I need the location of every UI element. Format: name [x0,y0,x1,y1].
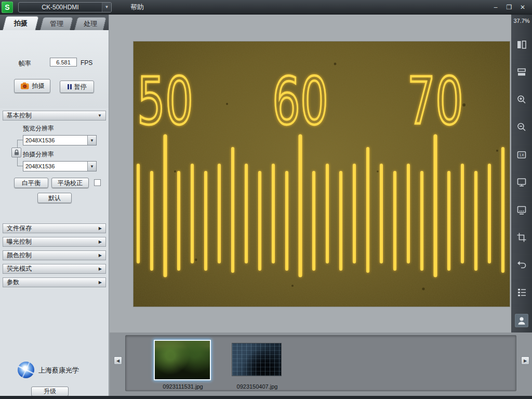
capture-resolution-value: 2048X1536 [23,163,87,169]
actual-size-button[interactable]: 1X [515,148,528,162]
actual-size-icon: 1X [516,149,527,161]
screen-capture-icon [516,204,527,216]
window-controls: – ❐ ✕ [490,3,532,12]
section-file-save[interactable]: 文件保存 ▶ [3,223,106,233]
preview-resolution-label: 预览分辨率 [23,124,54,133]
capture-button-label: 拍摄 [32,82,45,90]
tab-manage[interactable]: 管理 [40,17,73,30]
title-bar: S CK-500HDMI ▼ 帮助 – ❐ ✕ [0,0,532,15]
compare-horizontal-icon [516,39,527,50]
section-color-control[interactable]: 颜色控制 ▶ [3,250,106,260]
framerate-input[interactable] [50,58,77,66]
fit-screen-icon [516,177,527,188]
capture-resolution-label: 拍摄分辨率 [23,150,54,159]
default-button[interactable]: 默认 [37,193,72,203]
compare-vertical-icon [516,66,527,78]
sidebar-tabbar: 拍摄 管理 处理 [0,15,109,30]
filmstrip-panel: 0923111531.jpg 0923150407.jpg [125,335,516,391]
user-account-button[interactable] [515,314,528,327]
bottom-edge-bar [0,396,532,399]
crop-button[interactable] [515,231,528,244]
app-logo-icon: S [2,2,13,13]
zoom-out-icon [516,122,527,133]
preview-resolution-value: 2048X1536 [23,137,87,143]
filmstrip: 0923111531.jpg 0923150407.jpg ◀ ▶ [110,332,532,396]
thumbnail[interactable] [232,343,282,376]
framerate-label: 帧率 [19,59,31,68]
thumbnail-filename: 0923150407.jpg [223,383,291,390]
section-basic-control-title: 基本控制 [7,111,32,120]
chevron-down-icon[interactable]: ▼ [87,162,96,171]
collapse-icon: ▼ [98,113,102,118]
live-microscope-view[interactable]: 50 60 70 [134,42,510,307]
user-icon [516,315,527,326]
chevron-right-icon: ▶ [524,358,527,363]
capture-button[interactable]: 拍摄 [14,79,50,93]
brand-name: 上海蔡康光学 [38,366,79,375]
maximize-button[interactable]: ❐ [504,3,514,12]
thumbnail-selected[interactable] [154,340,211,380]
micrometer-ruler-image: 50 60 70 [134,42,510,307]
thumbnail-list-button[interactable] [515,286,528,299]
viewer-toolbar: 37.7% 1X [511,15,532,332]
compare-side-by-side-button[interactable] [515,38,528,51]
capture-resolution-select[interactable]: 2048X1536 ▼ [23,161,97,171]
pause-button-label: 暂停 [74,83,87,91]
menu-help[interactable]: 帮助 [130,3,144,12]
zoom-in-icon [516,94,527,105]
camera-icon [20,82,30,90]
brand-logo-icon [18,362,34,378]
expand-icon: ▶ [99,267,102,271]
zoom-in-button[interactable] [515,93,528,107]
tab-process[interactable]: 处理 [74,17,107,30]
zoom-level-label: 37.7% [513,18,529,24]
svg-text:1X: 1X [519,153,524,157]
image-list-icon [516,287,527,298]
upgrade-button[interactable]: 升级 [31,387,69,396]
lock-icon [14,149,20,156]
device-select[interactable]: CK-500HDMI ▼ [18,2,112,12]
capture-panel [0,30,109,108]
filmstrip-next-button[interactable]: ▶ [521,356,529,365]
white-balance-button[interactable]: 白平衡 [14,178,48,188]
undo-button[interactable] [515,258,528,272]
ruler-number-50: 50 [137,63,193,139]
undo-icon [516,259,527,271]
fit-to-window-button[interactable] [515,176,528,189]
image-viewer: 50 60 70 [110,15,511,332]
pause-button[interactable]: 暂停 [60,81,94,93]
flat-field-checkbox[interactable] [94,179,101,186]
flat-field-button[interactable]: 平场校正 [51,178,89,188]
section-basic-control[interactable]: 基本控制 ▼ [3,111,106,121]
section-parameters[interactable]: 参数 ▶ [3,277,106,287]
resolution-lock-button[interactable] [11,148,21,157]
section-fluorescence-mode[interactable]: 荧光模式 ▶ [3,264,106,274]
section-exposure-control[interactable]: 曝光控制 ▶ [3,237,106,247]
chevron-down-icon[interactable]: ▼ [87,136,96,145]
ruler-number-60: 60 [272,63,328,139]
thumbnail-filename: 0923111531.jpg [142,383,223,390]
framerate-unit: FPS [81,59,92,66]
chevron-down-icon[interactable]: ▼ [102,3,111,12]
device-select-value: CK-500HDMI [19,4,102,11]
preview-resolution-select[interactable]: 2048X1536 ▼ [23,135,97,145]
ruler-number-70: 70 [407,63,463,139]
chevron-left-icon: ◀ [116,358,119,363]
crop-icon [516,232,527,243]
compare-stacked-button[interactable] [515,65,528,79]
zoom-out-button[interactable] [515,121,528,134]
filmstrip-prev-button[interactable]: ◀ [114,356,122,365]
minimize-button[interactable]: – [490,3,501,12]
expand-icon: ▶ [99,226,102,231]
left-sidebar: 拍摄 管理 处理 帧率 FPS 拍摄 暂停 基本控制 ▼ 预览分辨率 2048X… [0,15,109,399]
pause-icon [68,84,72,89]
expand-icon: ▶ [99,280,102,285]
expand-icon: ▶ [99,253,102,258]
screen-capture-button[interactable] [515,203,528,217]
close-button[interactable]: ✕ [517,3,528,12]
expand-icon: ▶ [99,240,102,244]
tab-capture[interactable]: 拍摄 [3,16,39,30]
